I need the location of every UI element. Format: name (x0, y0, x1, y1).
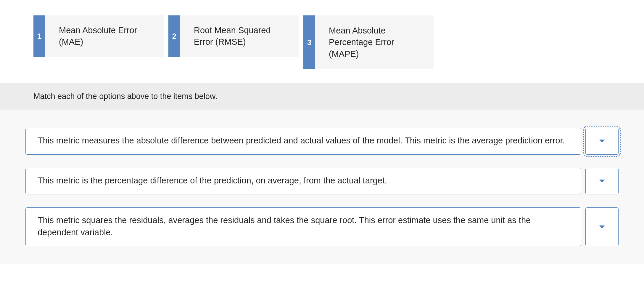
option-card-3[interactable]: 3 Mean Absolute Percentage Error (MAPE) (303, 15, 434, 69)
option-label: Root Mean Squared Error (RMSE) (180, 15, 299, 57)
option-label: Mean Absolute Error (MAE) (45, 15, 164, 57)
option-number: 1 (33, 15, 45, 57)
caret-down-icon (599, 140, 605, 143)
item-row: This metric measures the absolute differ… (25, 128, 619, 155)
items-area: This metric measures the absolute differ… (0, 110, 644, 264)
option-label: Mean Absolute Percentage Error (MAPE) (315, 15, 434, 69)
item-description: This metric measures the absolute differ… (25, 128, 581, 155)
item-dropdown[interactable] (585, 128, 619, 155)
options-row: 1 Mean Absolute Error (MAE) 2 Root Mean … (0, 0, 644, 69)
caret-down-icon (599, 225, 605, 228)
option-number: 3 (303, 15, 315, 69)
item-dropdown[interactable] (585, 207, 619, 246)
item-dropdown[interactable] (585, 168, 619, 195)
item-row: This metric squares the residuals, avera… (25, 207, 619, 246)
option-number: 2 (168, 15, 180, 57)
instruction-text: Match each of the options above to the i… (0, 83, 644, 110)
matching-question: 1 Mean Absolute Error (MAE) 2 Root Mean … (0, 0, 644, 264)
item-row: This metric is the percentage difference… (25, 168, 619, 195)
caret-down-icon (599, 180, 605, 183)
option-card-2[interactable]: 2 Root Mean Squared Error (RMSE) (168, 15, 299, 57)
option-card-1[interactable]: 1 Mean Absolute Error (MAE) (33, 15, 164, 57)
item-description: This metric squares the residuals, avera… (25, 207, 581, 246)
item-description: This metric is the percentage difference… (25, 168, 581, 195)
